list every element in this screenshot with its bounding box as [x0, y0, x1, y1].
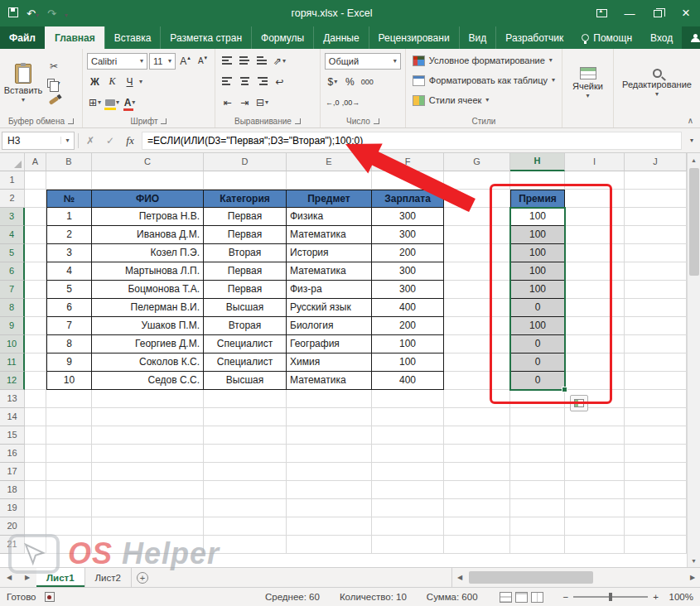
cell-G9[interactable]: [444, 317, 510, 335]
zoom-out-icon[interactable]: −: [563, 592, 569, 602]
cell-I10[interactable]: [565, 335, 625, 354]
cell-I8[interactable]: [565, 299, 625, 317]
cell-A5[interactable]: [25, 244, 46, 262]
cell-G5[interactable]: [444, 244, 510, 262]
cell-F18[interactable]: [372, 481, 444, 499]
cell-I3[interactable]: [565, 208, 625, 226]
select-all-button[interactable]: [0, 153, 25, 171]
cell-B4[interactable]: 2: [46, 226, 92, 244]
cell-A11[interactable]: [25, 354, 46, 372]
sheet-tab-list2[interactable]: Лист2: [85, 568, 132, 587]
format-painter-button[interactable]: [45, 93, 63, 109]
cell-E18[interactable]: [287, 481, 372, 499]
cell-J6[interactable]: [625, 262, 687, 281]
sheet-prev-icon[interactable]: ◀: [0, 568, 18, 587]
horizontal-scrollbar[interactable]: ◀ ▶: [451, 568, 700, 587]
cell-C15[interactable]: [92, 426, 204, 445]
cell-G2[interactable]: [444, 190, 510, 208]
cell-G4[interactable]: [444, 226, 510, 244]
cell-B6[interactable]: 4: [46, 262, 92, 281]
cell-E8[interactable]: Русский язык: [287, 299, 372, 317]
name-box-dropdown-icon[interactable]: ▾: [60, 137, 74, 144]
dialog-launcher-icon[interactable]: [68, 118, 74, 124]
row-header-17[interactable]: 17: [0, 463, 25, 481]
cell-H11[interactable]: 0: [510, 354, 565, 372]
tab-formulas[interactable]: Формулы: [251, 26, 313, 49]
tab-data[interactable]: Данные: [313, 26, 368, 49]
cell-F3[interactable]: 300: [372, 208, 444, 226]
conditional-formatting-button[interactable]: Условное форматирование▾: [410, 51, 558, 70]
cell-C3[interactable]: Петрова Н.В.: [92, 208, 204, 226]
cell-G21[interactable]: [444, 536, 510, 554]
row-header-19[interactable]: 19: [0, 499, 25, 517]
cell-D14[interactable]: [204, 408, 287, 426]
cell-B15[interactable]: [46, 426, 92, 445]
cell-G18[interactable]: [444, 481, 510, 499]
accounting-format-button[interactable]: $▾: [325, 74, 340, 90]
cells-button[interactable]: Ячейки ▾: [567, 51, 609, 115]
cell-A3[interactable]: [25, 208, 46, 226]
cell-C13[interactable]: [92, 390, 204, 408]
cell-G15[interactable]: [444, 426, 510, 445]
cell-G14[interactable]: [444, 408, 510, 426]
enter-button[interactable]: ✓: [102, 135, 118, 147]
cell-F16[interactable]: [372, 445, 444, 463]
redo-button[interactable]: ↷: [47, 8, 56, 19]
paste-button[interactable]: Вставить ▾: [4, 51, 42, 115]
column-header-F[interactable]: F: [372, 153, 444, 171]
cell-C2[interactable]: ФИО: [92, 190, 204, 208]
cell-E5[interactable]: История: [287, 244, 372, 262]
cell-A19[interactable]: [25, 499, 46, 517]
save-button[interactable]: [8, 7, 18, 19]
row-header-5[interactable]: 5: [0, 244, 25, 262]
tab-view[interactable]: Вид: [459, 26, 496, 49]
cell-H8[interactable]: 0: [510, 299, 565, 317]
cell-A12[interactable]: [25, 372, 46, 390]
cell-B14[interactable]: [46, 408, 92, 426]
cell-C8[interactable]: Пелерман В.И.: [92, 299, 204, 317]
cell-C20[interactable]: [92, 517, 204, 536]
cell-G20[interactable]: [444, 517, 510, 536]
cell-C14[interactable]: [92, 408, 204, 426]
cell-D20[interactable]: [204, 517, 287, 536]
cell-D11[interactable]: Специалист: [204, 354, 287, 372]
ribbon-display-options-button[interactable]: [587, 0, 616, 26]
cell-B9[interactable]: 7: [46, 317, 92, 335]
grow-font-button[interactable]: А▴: [177, 53, 193, 70]
cell-C6[interactable]: Мартынова Л.П.: [92, 262, 204, 281]
tab-home[interactable]: Главная: [45, 26, 104, 49]
cell-F15[interactable]: [372, 426, 444, 445]
cell-J16[interactable]: [625, 445, 687, 463]
cell-B18[interactable]: [46, 481, 92, 499]
cell-D19[interactable]: [204, 499, 287, 517]
cell-H16[interactable]: [510, 445, 565, 463]
scroll-down-icon[interactable]: ▼: [688, 554, 700, 567]
cell-J13[interactable]: [625, 390, 687, 408]
page-break-view-button[interactable]: [531, 592, 543, 603]
cell-B7[interactable]: 5: [46, 281, 92, 299]
cell-H4[interactable]: 100: [510, 226, 565, 244]
cell-C7[interactable]: Боцмонова Т.А.: [92, 281, 204, 299]
cut-button[interactable]: ✂: [45, 58, 63, 75]
cell-B20[interactable]: [46, 517, 92, 536]
cell-E1[interactable]: [287, 171, 372, 190]
cell-C11[interactable]: Соколов К.С.: [92, 354, 204, 372]
cell-H10[interactable]: 0: [510, 335, 565, 354]
cell-B8[interactable]: 6: [46, 299, 92, 317]
cell-H6[interactable]: 100: [510, 262, 565, 281]
align-bottom-button[interactable]: [254, 53, 270, 70]
font-color-button[interactable]: А▾: [122, 94, 138, 111]
cell-B21[interactable]: [46, 536, 92, 554]
cell-H3[interactable]: 100: [510, 208, 565, 226]
close-button[interactable]: ×: [672, 0, 700, 26]
row-header-21[interactable]: 21: [0, 536, 25, 554]
tab-developer[interactable]: Разработчик: [495, 26, 572, 49]
cell-A7[interactable]: [25, 281, 46, 299]
orientation-button[interactable]: ⇗▾: [272, 53, 287, 70]
cell-G8[interactable]: [444, 299, 510, 317]
cell-H20[interactable]: [510, 517, 565, 536]
cell-A14[interactable]: [25, 408, 46, 426]
fill-color-button[interactable]: ▾: [104, 94, 120, 111]
cell-I2[interactable]: [565, 190, 625, 208]
row-header-16[interactable]: 16: [0, 445, 25, 463]
